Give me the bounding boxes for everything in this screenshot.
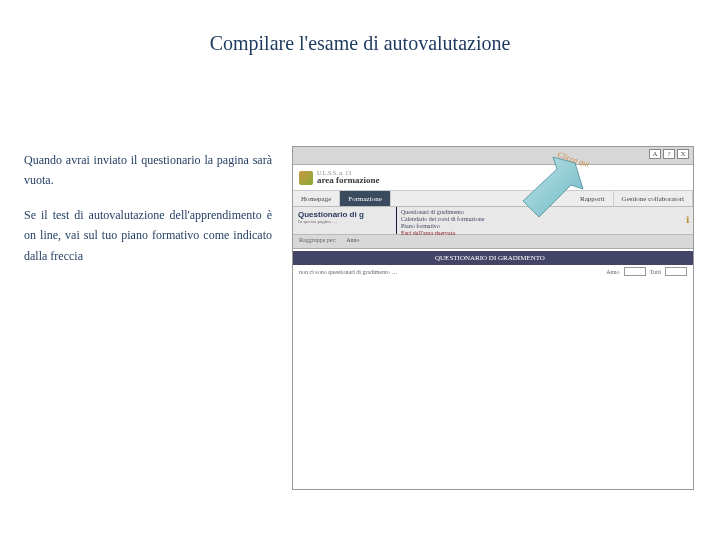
subnav-piano[interactable]: Piano formativo — [401, 223, 689, 229]
filter-year-select[interactable] — [624, 267, 646, 276]
slide-page: Compilare l'esame di autovalutazione Qua… — [0, 0, 720, 540]
tab-rapporti[interactable]: Rapporti — [572, 191, 614, 206]
help-control[interactable]: ? — [663, 149, 675, 159]
tab-homepage[interactable]: Homepage — [293, 191, 340, 206]
grouping-row: Raggruppa per: Anno — [293, 235, 693, 249]
info-icon[interactable]: ℹ — [686, 215, 689, 225]
subnav-questionari[interactable]: Questionari di gradimento — [401, 209, 689, 215]
sub-header-title-block: Questionario di g In questa pagina … — [293, 207, 397, 234]
filter-all-select[interactable] — [665, 267, 687, 276]
section-bar-title: QUESTIONARIO DI GRADIMENTO — [435, 254, 545, 262]
tab-gestione[interactable]: Gestione collaboratori — [614, 191, 693, 206]
subnav-esci[interactable]: Esci dall'area riservata — [401, 230, 689, 236]
main-tabs: Homepage Formazione Rapporti Gestione co… — [293, 191, 693, 207]
instruction-text: Quando avrai inviato il questionario la … — [24, 150, 272, 280]
paragraph-1: Quando avrai inviato il questionario la … — [24, 150, 272, 191]
paragraph-2: Se il test di autovalutazione dell'appre… — [24, 205, 272, 266]
logo-title: area formazione — [317, 176, 380, 185]
section-bar: QUESTIONARIO DI GRADIMENTO — [293, 251, 693, 265]
titlebar-controls: A ? X — [649, 149, 689, 159]
embedded-screenshot: A ? X U.L.S.S. n. 13 area formazione Hom… — [292, 146, 694, 490]
subnav-calendario[interactable]: Calendario dei corsi di formazione — [401, 216, 689, 222]
logo-mark-icon — [299, 171, 313, 185]
empty-message: non ci sono questionari di gradimento … — [299, 269, 397, 275]
sub-header-caption: In questa pagina … — [298, 219, 391, 224]
detail-line: non ci sono questionari di gradimento … … — [293, 265, 693, 278]
group-by-value: Anno — [346, 237, 359, 246]
logo-text: U.L.S.S. n. 13 area formazione — [317, 170, 380, 185]
filter-all-label: Tutti — [650, 269, 661, 275]
sub-header: Questionario di g In questa pagina … Que… — [293, 207, 693, 235]
group-by-label: Raggruppa per: — [299, 237, 336, 246]
sub-nav: Questionari di gradimento Calendario dei… — [397, 207, 693, 234]
tab-formazione[interactable]: Formazione — [340, 191, 390, 206]
close-control[interactable]: X — [677, 149, 689, 159]
font-size-control[interactable]: A — [649, 149, 661, 159]
sub-header-title: Questionario di g — [298, 210, 391, 219]
filter-year-label: Anno — [606, 269, 619, 275]
window-titlebar: A ? X — [293, 147, 693, 165]
logo-row: U.L.S.S. n. 13 area formazione — [293, 165, 693, 191]
slide-title: Compilare l'esame di autovalutazione — [0, 32, 720, 55]
